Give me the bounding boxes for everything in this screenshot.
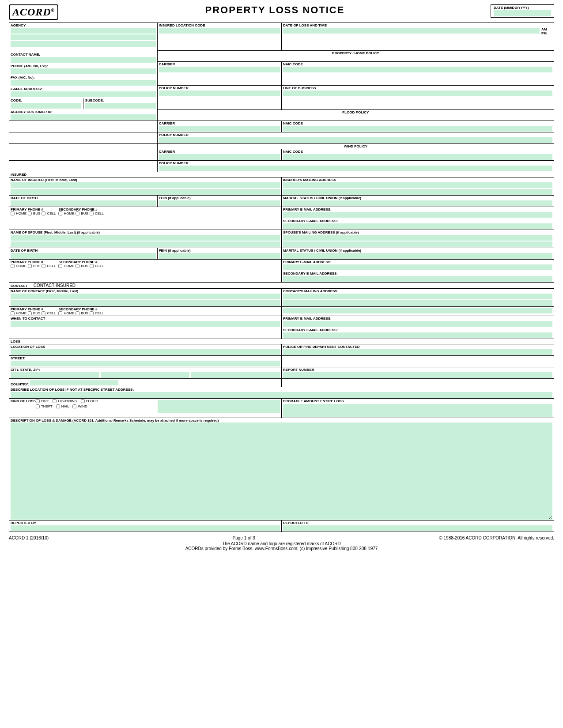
flood-naic-input[interactable] xyxy=(283,126,552,132)
spouse-primary-email-input[interactable] xyxy=(283,264,552,270)
reported-by-input[interactable] xyxy=(11,525,280,531)
spouse-name-input2[interactable] xyxy=(11,241,280,247)
secondary-home-cb[interactable] xyxy=(58,211,62,215)
street-input[interactable] xyxy=(11,361,280,366)
insured-location-input[interactable] xyxy=(159,28,280,34)
hail-cb[interactable] xyxy=(56,404,60,408)
subcode-input[interactable] xyxy=(85,103,156,109)
contact-secondary-bus-cb[interactable] xyxy=(76,311,79,315)
describe-location-input[interactable] xyxy=(11,392,552,398)
insured-name-input2[interactable] xyxy=(11,189,280,195)
wind-policy-input[interactable] xyxy=(159,166,552,171)
row-flood-carrier: CARRIER NAIC CODE xyxy=(9,121,554,132)
naic-input[interactable] xyxy=(283,67,552,72)
flood-policy-input[interactable] xyxy=(159,137,552,143)
fein-input[interactable] xyxy=(159,200,280,206)
spouse-secondary-home-cb[interactable] xyxy=(58,264,62,268)
state-input[interactable] xyxy=(101,372,190,378)
flood-cb[interactable] xyxy=(81,399,85,403)
kind-of-loss-cell: KIND OF LOSS FIRE LIGHTNING xyxy=(9,399,282,418)
location-input[interactable] xyxy=(11,349,280,355)
spouse-mailing-input2[interactable] xyxy=(283,241,552,247)
contact-primary-email-input[interactable] xyxy=(283,321,552,327)
email-input[interactable] xyxy=(11,91,156,97)
contact-secondary-email-input[interactable] xyxy=(283,332,552,338)
contact-mailing-input2[interactable] xyxy=(283,300,552,306)
secondary-email-input[interactable] xyxy=(283,223,552,229)
contact-primary-bus-cb[interactable] xyxy=(28,311,32,315)
agency-input-2[interactable] xyxy=(11,34,156,40)
spouse-dob-input[interactable] xyxy=(11,253,156,259)
when-contact-input[interactable] xyxy=(11,321,280,327)
lightning-cb[interactable] xyxy=(53,399,57,403)
agency-customer-input[interactable] xyxy=(11,114,156,120)
fire-cb[interactable] xyxy=(36,399,40,403)
spouse-secondary-bus-cb[interactable] xyxy=(76,264,79,268)
phone-input[interactable] xyxy=(11,68,156,74)
policy-number-input[interactable] xyxy=(159,91,280,96)
agency-input-3[interactable] xyxy=(11,41,156,47)
footer-line2: The ACORD name and logo are registered m… xyxy=(9,541,554,546)
secondary-cell-cb[interactable] xyxy=(90,211,94,215)
wind-carrier-input[interactable] xyxy=(159,154,280,160)
contact-mailing-input1[interactable] xyxy=(283,294,552,299)
code-input[interactable] xyxy=(11,103,81,109)
contact-primary-home-cb[interactable] xyxy=(11,311,15,315)
spouse-secondary-email-input[interactable] xyxy=(283,276,552,282)
contact-name-input[interactable] xyxy=(11,57,156,63)
country-input[interactable] xyxy=(30,380,118,385)
contact-insured-label: CONTACT INSURED xyxy=(34,283,76,288)
probable-amount-input[interactable] xyxy=(283,404,552,417)
primary-cell-cb[interactable] xyxy=(42,211,45,215)
police-input[interactable] xyxy=(283,349,552,355)
wind-cb[interactable] xyxy=(72,404,76,408)
agency-input-1[interactable] xyxy=(11,28,156,34)
secondary-email-label: SECONDARY E-MAIL ADDRESS: xyxy=(283,219,338,223)
spouse-secondary-cell-cb[interactable] xyxy=(90,264,94,268)
kind-extra-input-field[interactable] xyxy=(158,400,280,413)
spouse-fein-input[interactable] xyxy=(159,253,280,259)
contact-name-input[interactable] xyxy=(11,294,280,299)
spouse-primary-cell-cb[interactable] xyxy=(42,264,45,268)
primary-bus-cb[interactable] xyxy=(28,211,32,215)
date-input[interactable] xyxy=(494,10,551,16)
primary-home-cb[interactable] xyxy=(11,211,15,215)
contact-name-input2[interactable] xyxy=(11,300,280,306)
date-loss-input[interactable] xyxy=(283,28,540,34)
property-home-label: PROPERTY / HOME POLICY xyxy=(332,51,379,55)
contact-secondary-home-cb[interactable] xyxy=(58,311,62,315)
page-info: Page 1 of 3 xyxy=(233,536,255,540)
carrier-input[interactable] xyxy=(159,67,280,72)
contact-primary-cell-cb[interactable] xyxy=(42,311,45,315)
street-right-spacer xyxy=(281,356,554,367)
spouse-mailing-input1[interactable] xyxy=(283,235,552,241)
zip-input[interactable] xyxy=(191,372,280,378)
fax-input[interactable] xyxy=(11,80,156,86)
marital-label: MARITAL STATUS / CIVIL UNION (if applica… xyxy=(283,196,361,200)
description-textarea[interactable] xyxy=(11,422,552,520)
insured-mailing-input1[interactable] xyxy=(283,182,552,188)
wind-naic-input[interactable] xyxy=(283,154,552,160)
flood-carrier-input[interactable] xyxy=(159,126,280,132)
spouse-primary-bus-cb[interactable] xyxy=(28,264,32,268)
marital-input[interactable] xyxy=(283,200,552,206)
secondary-bus-cb[interactable] xyxy=(76,211,79,215)
dob-input[interactable] xyxy=(11,200,156,206)
theft-cb[interactable] xyxy=(36,404,40,408)
contact-mailing-input3[interactable] xyxy=(283,308,552,313)
insured-name-input[interactable] xyxy=(11,182,280,188)
description-cell: DESCRIPTION OF LOSS & DAMAGE (ACORD 101,… xyxy=(9,418,554,521)
country-right-spacer xyxy=(281,379,554,387)
city-input[interactable] xyxy=(11,372,99,378)
spouse-name-input[interactable] xyxy=(11,235,280,241)
report-input[interactable] xyxy=(283,372,552,378)
lob-input[interactable] xyxy=(283,91,552,96)
spouse-primary-home-cb[interactable] xyxy=(11,264,15,268)
spouse-marital-input[interactable] xyxy=(283,253,552,259)
primary-email-input[interactable] xyxy=(283,212,552,218)
reported-to-input[interactable] xyxy=(283,525,552,531)
subcode-label: SUBCODE: xyxy=(85,98,104,102)
wind-policy-cell: POLICY NUMBER xyxy=(157,161,554,172)
contact-secondary-cell-cb[interactable] xyxy=(90,311,94,315)
insured-mailing-input2[interactable] xyxy=(283,189,552,195)
